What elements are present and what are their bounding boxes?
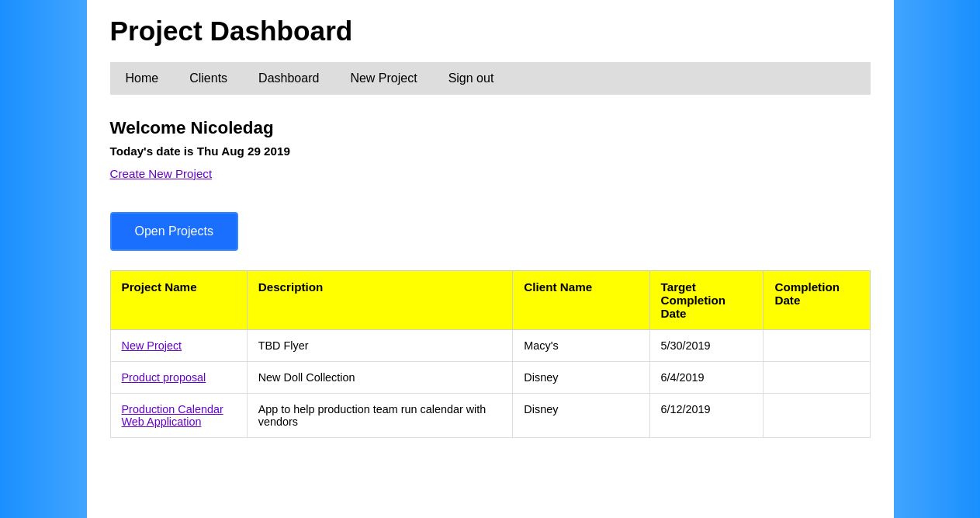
- nav-sign-out[interactable]: Sign out: [433, 62, 510, 95]
- navigation: Home Clients Dashboard New Project Sign …: [110, 62, 871, 95]
- project-name-cell: Product proposal: [110, 362, 247, 394]
- target-date-cell: 5/30/2019: [649, 330, 764, 362]
- welcome-section: Welcome Nicoledag Today's date is Thu Au…: [110, 118, 871, 181]
- completion-date-cell: [764, 362, 870, 394]
- project-link[interactable]: Product proposal: [122, 371, 206, 384]
- description-cell: App to help production team run calendar…: [247, 394, 513, 438]
- col-header-client: Client Name: [513, 271, 649, 330]
- col-header-completion-date: Completion Date: [764, 271, 870, 330]
- completion-date-cell: [764, 394, 870, 438]
- col-header-target-date: Target Completion Date: [649, 271, 764, 330]
- page-title: Project Dashboard: [110, 16, 871, 47]
- nav-dashboard[interactable]: Dashboard: [243, 62, 334, 95]
- client-name-cell: Macy's: [513, 330, 649, 362]
- project-link[interactable]: New Project: [122, 339, 182, 352]
- table-row: New ProjectTBD FlyerMacy's5/30/2019: [110, 330, 870, 362]
- client-name-cell: Disney: [513, 394, 649, 438]
- main-container: Project Dashboard Home Clients Dashboard…: [87, 0, 894, 518]
- description-cell: New Doll Collection: [247, 362, 513, 394]
- project-name-cell: Production Calendar Web Application: [110, 394, 247, 438]
- project-link[interactable]: Production Calendar Web Application: [122, 403, 223, 428]
- today-date: Today's date is Thu Aug 29 2019: [110, 144, 871, 158]
- table-header-row: Project Name Description Client Name Tar…: [110, 271, 870, 330]
- col-header-project: Project Name: [110, 271, 247, 330]
- table-row: Production Calendar Web ApplicationApp t…: [110, 394, 870, 438]
- nav-home[interactable]: Home: [110, 62, 175, 95]
- table-row: Product proposalNew Doll CollectionDisne…: [110, 362, 870, 394]
- open-projects-button[interactable]: Open Projects: [110, 212, 238, 251]
- welcome-greeting: Welcome Nicoledag: [110, 118, 871, 138]
- completion-date-cell: [764, 330, 870, 362]
- nav-clients[interactable]: Clients: [174, 62, 243, 95]
- projects-table: Project Name Description Client Name Tar…: [110, 270, 871, 438]
- create-new-project-link[interactable]: Create New Project: [110, 167, 213, 180]
- target-date-cell: 6/12/2019: [649, 394, 764, 438]
- target-date-cell: 6/4/2019: [649, 362, 764, 394]
- description-cell: TBD Flyer: [247, 330, 513, 362]
- project-name-cell: New Project: [110, 330, 247, 362]
- table-body: New ProjectTBD FlyerMacy's5/30/2019Produ…: [110, 330, 870, 438]
- nav-new-project[interactable]: New Project: [334, 62, 432, 95]
- col-header-description: Description: [247, 271, 513, 330]
- client-name-cell: Disney: [513, 362, 649, 394]
